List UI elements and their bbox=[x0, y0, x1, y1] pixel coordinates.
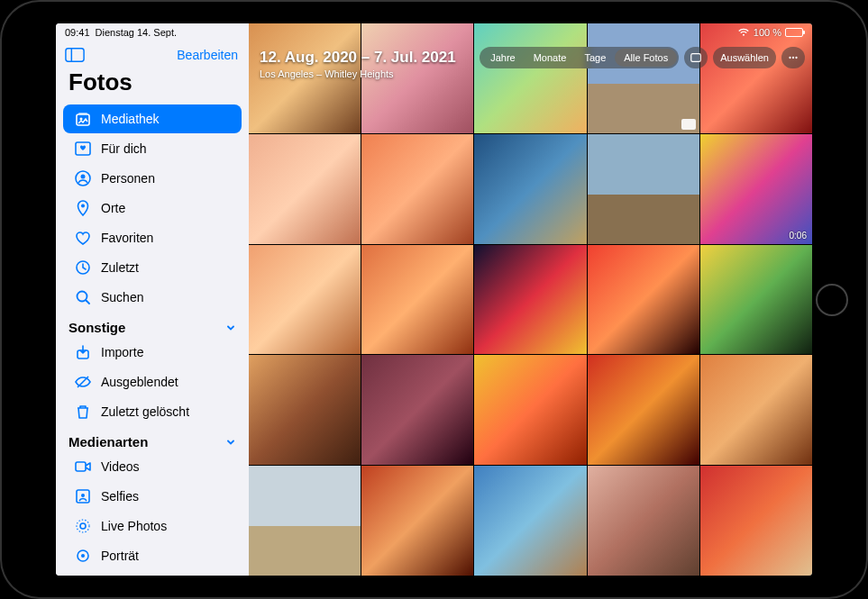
sidebar-item-personen[interactable]: Personen bbox=[63, 164, 242, 193]
sidebar-item-label: Porträt bbox=[101, 549, 139, 563]
sidebar-item-live-photos[interactable]: Live Photos bbox=[63, 512, 242, 540]
sidebar-item-label: Videos bbox=[101, 459, 140, 474]
edit-button[interactable]: Bearbeiten bbox=[177, 48, 238, 62]
photo-grid[interactable]: 0:06 bbox=[249, 23, 812, 576]
home-button[interactable] bbox=[816, 284, 848, 316]
photo-thumb[interactable] bbox=[700, 466, 812, 576]
svg-rect-14 bbox=[76, 462, 86, 471]
photo-thumb[interactable]: 0:06 bbox=[700, 134, 812, 244]
photo-thumb[interactable] bbox=[700, 23, 812, 133]
photo-thumb[interactable] bbox=[474, 134, 586, 244]
segment-jahre[interactable]: Jahre bbox=[481, 49, 525, 67]
sidebar-item-importe[interactable]: Importe bbox=[63, 338, 242, 367]
sidebar-item-mediathek[interactable]: Mediathek bbox=[63, 104, 242, 133]
photo-thumb[interactable] bbox=[700, 245, 812, 355]
clock-icon bbox=[74, 259, 92, 277]
sidebar-item-label: Zuletzt gelöscht bbox=[101, 404, 189, 419]
svg-line-11 bbox=[87, 301, 90, 304]
photo-thumb[interactable] bbox=[361, 355, 473, 465]
sidebar-item-label: Importe bbox=[101, 345, 143, 359]
chevron-down-icon bbox=[225, 322, 236, 333]
photo-thumb[interactable] bbox=[361, 134, 473, 244]
sidebar-item-videos[interactable]: Videos bbox=[63, 452, 242, 481]
photo-thumb[interactable] bbox=[361, 466, 473, 576]
svg-point-8 bbox=[81, 204, 85, 208]
sidebar: Bearbeiten Fotos Mediathek Für dich Pers… bbox=[56, 23, 249, 576]
photo-thumb[interactable] bbox=[474, 23, 586, 133]
sidebar-item-label: Ausgeblendet bbox=[101, 375, 178, 389]
aspect-button[interactable] bbox=[684, 47, 708, 68]
svg-point-7 bbox=[81, 175, 86, 179]
sidebar-toggle-icon[interactable] bbox=[65, 47, 85, 63]
more-button[interactable] bbox=[781, 47, 805, 68]
sidebar-section-sonstige[interactable]: Sonstige bbox=[56, 313, 249, 337]
photo-thumb[interactable] bbox=[249, 355, 361, 465]
sidebar-list: Mediathek Für dich Personen Orte Favorit… bbox=[56, 104, 249, 576]
video-icon bbox=[74, 458, 92, 476]
places-icon bbox=[74, 199, 92, 217]
chevron-down-icon bbox=[225, 437, 236, 448]
photo-thumb[interactable] bbox=[249, 245, 361, 355]
photo-thumb[interactable] bbox=[700, 355, 812, 465]
grid-date-range: 12. Aug. 2020 – 7. Jul. 2021 bbox=[260, 49, 456, 67]
sidebar-item-label: Favoriten bbox=[101, 231, 153, 245]
svg-point-20 bbox=[81, 554, 85, 558]
sidebar-item-zuletzt[interactable]: Zuletzt bbox=[63, 253, 242, 282]
photo-thumb[interactable] bbox=[361, 245, 473, 355]
segment-alle-fotos[interactable]: Alle Fotos bbox=[615, 49, 677, 67]
select-label: Auswählen bbox=[720, 52, 769, 63]
sidebar-item-zuletzt-geloescht[interactable]: Zuletzt gelöscht bbox=[63, 397, 242, 426]
photo-thumb[interactable] bbox=[474, 466, 586, 576]
svg-point-22 bbox=[789, 57, 790, 59]
sidebar-item-label: Live Photos bbox=[101, 519, 167, 533]
grid-header: 12. Aug. 2020 – 7. Jul. 2021 Los Angeles… bbox=[260, 49, 456, 79]
svg-point-23 bbox=[792, 57, 794, 59]
ipad-frame: 09:41 Dienstag 14. Sept. 100 % Bearbeite… bbox=[0, 0, 868, 599]
svg-rect-0 bbox=[66, 49, 84, 62]
import-icon bbox=[74, 343, 92, 361]
photo-thumb[interactable] bbox=[474, 245, 586, 355]
people-icon bbox=[74, 169, 92, 187]
segment-monate[interactable]: Monate bbox=[525, 49, 576, 67]
segment-tage[interactable]: Tage bbox=[575, 49, 615, 67]
sidebar-item-orte[interactable]: Orte bbox=[63, 194, 242, 222]
sidebar-item-favoriten[interactable]: Favoriten bbox=[63, 223, 242, 252]
sidebar-item-label: Personen bbox=[101, 171, 155, 186]
photo-thumb[interactable] bbox=[249, 134, 361, 244]
ellipsis-icon bbox=[787, 51, 799, 64]
section-label: Sonstige bbox=[69, 320, 125, 335]
photo-thumb[interactable] bbox=[474, 355, 586, 465]
sidebar-item-label: Für dich bbox=[101, 141, 147, 156]
svg-rect-21 bbox=[691, 54, 701, 62]
svg-point-24 bbox=[795, 57, 797, 59]
photo-thumb[interactable] bbox=[588, 134, 699, 244]
sidebar-item-label: Mediathek bbox=[101, 112, 160, 126]
screen: 09:41 Dienstag 14. Sept. 100 % Bearbeite… bbox=[56, 23, 812, 576]
svg-point-10 bbox=[78, 292, 87, 302]
photo-thumb[interactable] bbox=[588, 23, 699, 133]
svg-rect-3 bbox=[78, 113, 87, 114]
sidebar-item-suchen[interactable]: Suchen bbox=[63, 283, 242, 312]
sidebar-section-medienarten[interactable]: Medienarten bbox=[56, 427, 249, 451]
photo-thumb[interactable] bbox=[249, 466, 361, 576]
sidebar-item-portraet[interactable]: Porträt bbox=[63, 541, 242, 570]
video-duration-badge: 0:06 bbox=[790, 231, 807, 241]
select-button[interactable]: Auswählen bbox=[713, 47, 776, 68]
photo-thumb[interactable] bbox=[588, 245, 699, 355]
svg-rect-2 bbox=[77, 114, 89, 125]
photo-thumb[interactable] bbox=[588, 355, 699, 465]
search-icon bbox=[74, 288, 92, 306]
sidebar-item-fuer-dich[interactable]: Für dich bbox=[63, 134, 242, 163]
sidebar-item-label: Zuletzt bbox=[101, 260, 139, 275]
grid-controls: Jahre Monate Tage Alle Fotos Auswählen bbox=[480, 47, 805, 68]
view-segmented-control: Jahre Monate Tage Alle Fotos bbox=[480, 47, 679, 68]
sidebar-item-ausgeblendet[interactable]: Ausgeblendet bbox=[63, 368, 242, 396]
sidebar-item-label: Selfies bbox=[101, 489, 139, 504]
selfie-icon bbox=[74, 487, 92, 505]
hidden-icon bbox=[74, 373, 92, 391]
portrait-icon bbox=[74, 547, 92, 565]
svg-point-16 bbox=[81, 494, 85, 497]
sidebar-item-label: Suchen bbox=[101, 290, 143, 304]
photo-thumb[interactable] bbox=[588, 466, 699, 576]
sidebar-item-selfies[interactable]: Selfies bbox=[63, 482, 242, 511]
